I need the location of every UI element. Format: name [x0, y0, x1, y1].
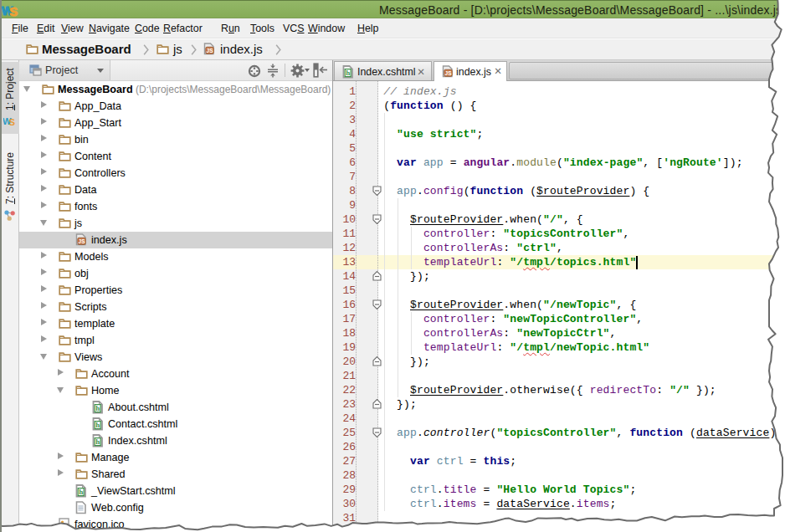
svg-text:h: h [79, 488, 83, 496]
svg-text:h: h [346, 69, 350, 77]
svg-text:h: h [95, 404, 100, 412]
svg-text:JS: JS [445, 69, 453, 75]
svg-text:S: S [10, 5, 18, 18]
svg-text:h: h [95, 421, 100, 429]
svg-text:S: S [9, 117, 16, 127]
svg-text:h: h [95, 437, 100, 446]
svg-text:JS: JS [207, 48, 214, 54]
svg-text:JS: JS [79, 238, 86, 244]
